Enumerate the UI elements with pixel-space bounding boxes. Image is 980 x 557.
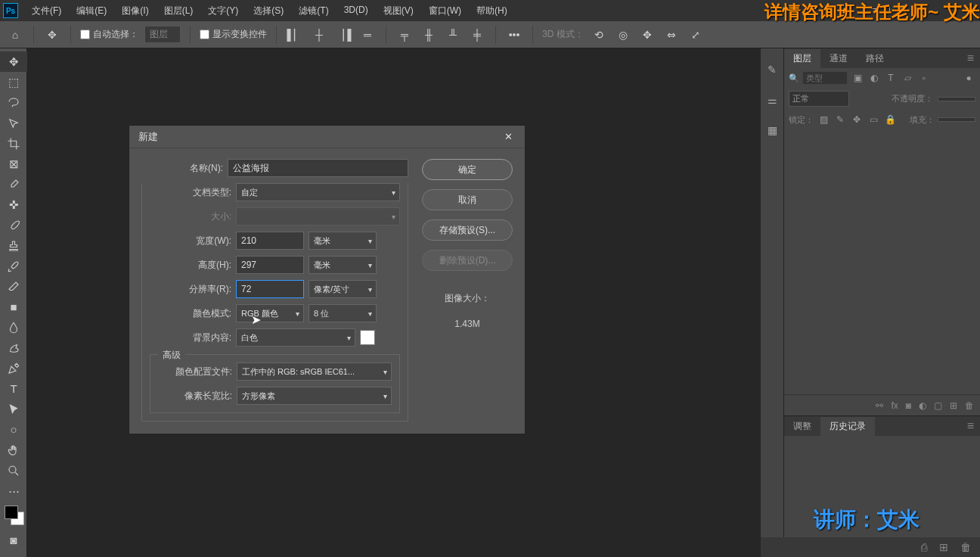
history-menu-icon[interactable]: ≡: [961, 419, 980, 433]
cancel-button[interactable]: 取消: [422, 189, 513, 210]
healing-tool[interactable]: ✜: [0, 194, 27, 215]
opacity-value[interactable]: [938, 97, 975, 101]
bg-color-preview[interactable]: [360, 330, 375, 345]
layer-filter-input[interactable]: [802, 71, 848, 85]
align-right2-icon[interactable]: ═: [358, 26, 377, 44]
group-icon[interactable]: ▢: [934, 400, 942, 411]
bitdepth-select[interactable]: 8 位: [309, 304, 377, 322]
menu-select[interactable]: 选择(S): [246, 2, 291, 20]
new-layer-icon[interactable]: ⊞: [950, 400, 957, 411]
tab-channels[interactable]: 通道: [820, 49, 857, 68]
show-transform-checkbox[interactable]: 显示变换控件: [200, 28, 267, 41]
menu-layer[interactable]: 图层(L): [157, 2, 201, 20]
libraries-panel-icon[interactable]: ▦: [764, 123, 780, 138]
ok-button[interactable]: 确定: [422, 159, 513, 180]
brush-tool[interactable]: [0, 215, 27, 235]
tab-history[interactable]: 历史记录: [820, 417, 875, 436]
profile-select[interactable]: 工作中的 RGB: sRGB IEC61...: [237, 363, 392, 381]
edit-toolbar[interactable]: ⋯: [0, 481, 27, 501]
stamp-tool[interactable]: [0, 235, 27, 256]
filter-shape-icon[interactable]: ▱: [901, 71, 914, 85]
path-select-tool[interactable]: [0, 399, 27, 419]
blend-mode-select[interactable]: 正常: [789, 91, 849, 107]
lasso-tool[interactable]: [0, 92, 27, 113]
mask-icon[interactable]: ◙: [906, 400, 911, 411]
fg-color-swatch[interactable]: [5, 506, 18, 519]
filter-adjust-icon[interactable]: ◐: [867, 71, 881, 85]
eraser-tool[interactable]: [0, 276, 27, 297]
adjustment-icon[interactable]: ◐: [919, 400, 926, 411]
gradient-tool[interactable]: ■: [0, 297, 27, 317]
screen-mode[interactable]: ▭: [0, 550, 27, 557]
menu-filter[interactable]: 滤镜(T): [291, 2, 336, 20]
type-tool[interactable]: T: [0, 378, 27, 399]
menu-edit[interactable]: 编辑(E): [69, 2, 114, 20]
menu-type[interactable]: 文字(Y): [200, 2, 246, 20]
menu-file[interactable]: 文件(F): [24, 2, 69, 20]
menu-image[interactable]: 图像(I): [114, 2, 156, 20]
marquee-tool[interactable]: ⬚: [0, 72, 27, 92]
3d-slide-icon[interactable]: ⇔: [662, 26, 681, 44]
align-center-icon[interactable]: ┼: [310, 26, 328, 44]
dist-v-icon[interactable]: ╫: [420, 26, 438, 44]
dist-top-icon[interactable]: ╤: [395, 26, 414, 44]
width-input[interactable]: [236, 232, 304, 250]
filter-pixel-icon[interactable]: ▣: [851, 71, 864, 85]
dist-bottom-icon[interactable]: ╨: [444, 26, 462, 44]
dist-h-icon[interactable]: ╪: [468, 26, 486, 44]
home-icon[interactable]: ⌂: [6, 26, 24, 44]
resolution-unit-select[interactable]: 像素/英寸: [309, 280, 377, 298]
quick-select-tool[interactable]: [0, 113, 27, 133]
zoom-tool[interactable]: [0, 460, 27, 481]
dialog-close-button[interactable]: ✕: [501, 131, 516, 142]
name-input[interactable]: [228, 159, 408, 177]
dodge-tool[interactable]: [0, 338, 27, 358]
3d-pan-icon[interactable]: ✥: [638, 26, 656, 44]
lock-position-icon[interactable]: ✎: [833, 113, 847, 126]
more-icon[interactable]: •••: [505, 26, 523, 44]
menu-window[interactable]: 窗口(W): [421, 2, 469, 20]
new-doc-icon[interactable]: ⊞: [939, 541, 948, 553]
link-icon[interactable]: ⚯: [876, 400, 883, 411]
panel-menu-icon[interactable]: ≡: [961, 51, 980, 65]
menu-help[interactable]: 帮助(H): [469, 2, 515, 20]
crop-tool[interactable]: [0, 133, 27, 154]
move-tool[interactable]: ✥: [0, 51, 27, 72]
tab-adjust[interactable]: 调整: [784, 417, 820, 436]
layer-select[interactable]: 图层: [144, 26, 181, 43]
auto-select-checkbox[interactable]: 自动选择：: [80, 28, 138, 41]
align-left-icon[interactable]: ▌▏: [286, 26, 304, 44]
delete-icon[interactable]: 🗑: [965, 400, 974, 411]
move-tool-icon[interactable]: ✥: [43, 26, 61, 44]
filter-type-icon[interactable]: T: [884, 71, 898, 85]
dialog-titlebar[interactable]: 新建 ✕: [129, 126, 525, 148]
blur-tool[interactable]: [0, 317, 27, 338]
frame-tool[interactable]: ⊠: [0, 154, 27, 174]
bg-select[interactable]: 白色: [236, 328, 355, 347]
lock-artboard-icon[interactable]: ▭: [867, 113, 880, 126]
aspect-select[interactable]: 方形像素: [237, 387, 392, 405]
height-input[interactable]: [236, 256, 304, 274]
tab-paths[interactable]: 路径: [857, 49, 893, 68]
fill-value[interactable]: [938, 117, 975, 122]
align-right-icon[interactable]: ▕▐: [334, 26, 352, 44]
hand-tool[interactable]: [0, 440, 27, 460]
doctype-select[interactable]: 自定: [236, 183, 400, 201]
color-panel-icon[interactable]: ✎: [764, 62, 780, 77]
filter-smart-icon[interactable]: ▫: [917, 71, 931, 85]
history-brush-tool[interactable]: [0, 256, 27, 276]
width-unit-select[interactable]: 毫米: [309, 232, 377, 250]
eyedropper-tool[interactable]: [0, 174, 27, 194]
tab-layers[interactable]: 图层: [784, 49, 820, 68]
menu-view[interactable]: 视图(V): [376, 2, 421, 20]
color-swatches[interactable]: [0, 504, 26, 530]
3d-orbit-icon[interactable]: ⟲: [590, 26, 608, 44]
3d-roll-icon[interactable]: ◎: [614, 26, 632, 44]
colormode-select[interactable]: RGB 颜色: [236, 304, 304, 322]
filter-toggle[interactable]: ●: [962, 71, 975, 85]
resolution-input[interactable]: [236, 280, 304, 298]
3d-zoom-icon[interactable]: ⤢: [687, 26, 705, 44]
snapshot-icon[interactable]: ⎙: [921, 541, 927, 553]
pen-tool[interactable]: [0, 358, 27, 378]
quick-mask[interactable]: ◙: [0, 530, 27, 550]
